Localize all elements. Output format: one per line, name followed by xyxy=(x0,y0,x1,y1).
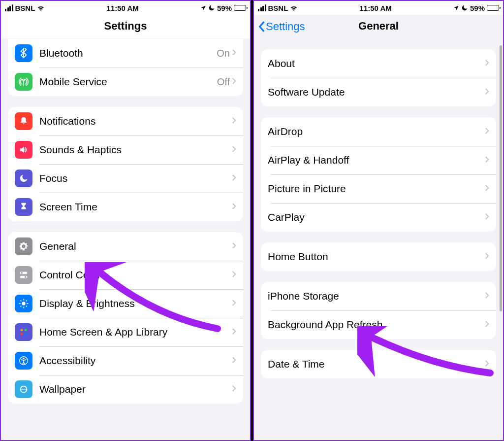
svg-line-11 xyxy=(21,306,22,307)
row-iphone-storage[interactable]: iPhone Storage xyxy=(261,282,496,310)
row-display[interactable]: Display & Brightness xyxy=(8,289,243,318)
row-home-button[interactable]: Home Button xyxy=(261,242,496,271)
row-sounds[interactable]: Sounds & Haptics xyxy=(8,136,243,164)
page-title: Settings xyxy=(7,20,244,33)
row-software-update[interactable]: Software Update xyxy=(261,78,496,106)
chevron-left-icon xyxy=(258,21,265,32)
gear-icon xyxy=(15,237,32,255)
row-label: Home Button xyxy=(268,251,485,263)
status-time: 11:50 AM xyxy=(45,4,200,12)
status-bar: BSNL 11:50 AM 59% xyxy=(1,1,250,15)
apps-grid-icon xyxy=(15,323,32,341)
svg-point-3 xyxy=(25,276,27,278)
row-label: Software Update xyxy=(268,86,485,98)
general-header: Settings General xyxy=(254,15,503,38)
row-label: Bluetooth xyxy=(39,47,217,59)
row-label: Picture in Picture xyxy=(268,183,485,195)
carrier-label: BSNL xyxy=(15,4,35,12)
chevron-right-icon xyxy=(485,156,489,165)
row-pip[interactable]: Picture in Picture xyxy=(261,174,496,203)
row-mobile-service[interactable]: Mobile Service Off xyxy=(8,68,243,96)
signal-icon xyxy=(5,4,13,11)
row-focus[interactable]: Focus xyxy=(8,164,243,193)
bell-icon xyxy=(15,112,32,130)
back-button[interactable]: Settings xyxy=(258,20,305,33)
row-homescreen[interactable]: Home Screen & App Library xyxy=(8,318,243,346)
general-screen: BSNL 11:50 AM 59% Settings General About… xyxy=(253,0,504,441)
svg-point-18 xyxy=(23,358,24,359)
row-bluetooth[interactable]: Bluetooth On xyxy=(8,39,243,68)
antenna-icon xyxy=(15,73,32,91)
row-general[interactable]: General xyxy=(8,232,243,261)
row-label: Mobile Service xyxy=(39,76,217,88)
row-wallpaper[interactable]: Wallpaper xyxy=(8,375,243,404)
wallpaper-icon xyxy=(15,380,32,398)
row-label: Control Centre xyxy=(39,269,232,281)
chevron-right-icon xyxy=(485,88,489,97)
chevron-right-icon xyxy=(232,242,236,251)
focus-moon-icon xyxy=(15,170,32,187)
row-accessibility[interactable]: Accessibility xyxy=(8,346,243,375)
status-time: 11:50 AM xyxy=(298,4,453,12)
wifi-icon xyxy=(290,5,298,11)
row-label: Focus xyxy=(39,172,232,184)
battery-icon xyxy=(487,5,499,11)
chevron-right-icon xyxy=(232,145,236,155)
chevron-right-icon xyxy=(232,356,236,366)
row-label: General xyxy=(39,240,232,252)
settings-list[interactable]: Bluetooth On Mobile Service Off Notifica… xyxy=(1,39,250,440)
svg-rect-15 xyxy=(21,333,23,336)
settings-screen: BSNL 11:50 AM 59% Settings Bluetooth On xyxy=(0,0,251,441)
chevron-right-icon xyxy=(232,174,236,183)
svg-point-1 xyxy=(21,272,23,274)
battery-icon xyxy=(234,5,246,11)
chevron-right-icon xyxy=(232,271,236,280)
row-label: About xyxy=(268,58,485,69)
brightness-icon xyxy=(15,295,32,312)
battery-pct: 59% xyxy=(470,4,485,12)
carrier-label: BSNL xyxy=(268,4,288,12)
row-label: Sounds & Haptics xyxy=(39,144,232,156)
location-icon xyxy=(200,5,206,11)
svg-line-12 xyxy=(26,301,27,302)
chevron-right-icon xyxy=(232,49,236,58)
row-label: AirPlay & Handoff xyxy=(268,154,485,166)
chevron-right-icon xyxy=(232,299,236,308)
row-about[interactable]: About xyxy=(261,49,496,78)
svg-rect-14 xyxy=(25,329,27,332)
chevron-right-icon xyxy=(485,127,489,136)
chevron-right-icon xyxy=(485,252,489,262)
row-background-refresh[interactable]: Background App Refresh xyxy=(261,310,496,339)
toggles-icon xyxy=(15,266,32,284)
row-label: Screen Time xyxy=(39,201,232,213)
row-label: AirDrop xyxy=(268,126,485,137)
moon-icon xyxy=(461,4,468,11)
row-label: CarPlay xyxy=(268,211,485,223)
row-screentime[interactable]: Screen Time xyxy=(8,193,243,221)
chevron-right-icon xyxy=(485,320,489,330)
row-date-time[interactable]: Date & Time xyxy=(261,350,496,378)
row-label: Background App Refresh xyxy=(268,319,485,331)
row-carplay[interactable]: CarPlay xyxy=(261,203,496,232)
signal-icon xyxy=(258,4,266,11)
row-notifications[interactable]: Notifications xyxy=(8,107,243,136)
hourglass-icon xyxy=(15,198,32,216)
row-label: Date & Time xyxy=(268,358,485,370)
chevron-right-icon xyxy=(232,77,236,87)
general-list[interactable]: About Software Update AirDrop AirPlay & … xyxy=(254,38,503,440)
chevron-right-icon xyxy=(232,203,236,212)
bluetooth-icon xyxy=(15,44,32,62)
chevron-right-icon xyxy=(232,328,236,337)
chevron-right-icon xyxy=(232,385,236,394)
svg-line-9 xyxy=(21,301,22,302)
wifi-icon xyxy=(37,5,45,11)
row-airdrop[interactable]: AirDrop xyxy=(261,117,496,146)
location-icon xyxy=(453,5,459,11)
accessibility-icon xyxy=(15,352,32,370)
row-value: Off xyxy=(217,76,230,88)
svg-point-4 xyxy=(22,302,25,305)
row-airplay[interactable]: AirPlay & Handoff xyxy=(261,146,496,174)
row-control-centre[interactable]: Control Centre xyxy=(8,261,243,289)
chevron-right-icon xyxy=(485,184,489,194)
scrollbar-thumb[interactable] xyxy=(500,45,502,311)
